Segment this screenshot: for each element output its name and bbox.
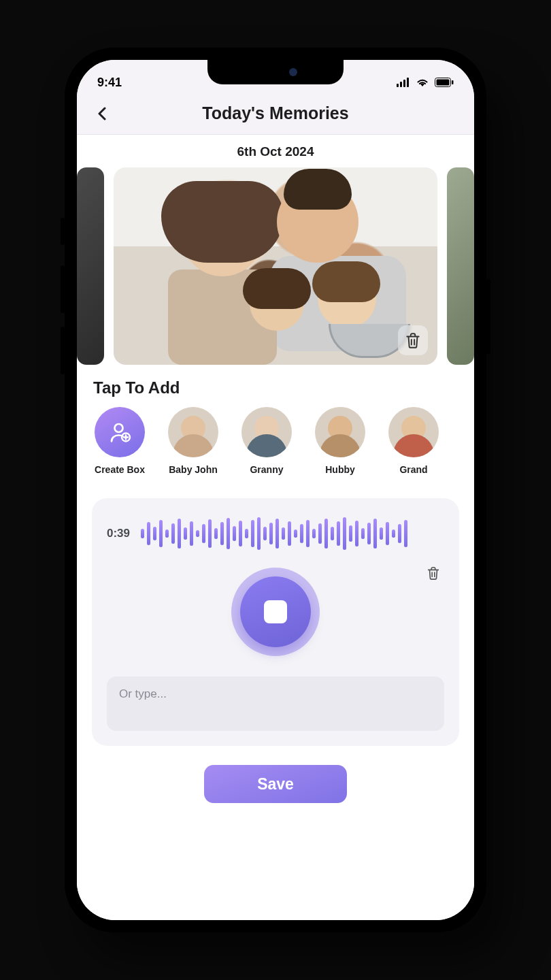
- phone-side-button: [61, 327, 65, 374]
- waveform: [141, 516, 444, 551]
- note-placeholder: Or type...: [119, 687, 167, 700]
- page-title: Today's Memories: [202, 103, 348, 123]
- family-photo-illustration: [114, 167, 437, 365]
- person-add-icon: [107, 420, 132, 444]
- battery-icon: [435, 78, 454, 90]
- phone-side-button: [61, 218, 65, 245]
- trash-icon: [426, 566, 441, 581]
- delete-recording-button[interactable]: [422, 562, 444, 584]
- box-label: Create Box: [95, 464, 145, 475]
- header: Today's Memories: [77, 93, 474, 135]
- svg-rect-0: [397, 84, 399, 87]
- box-label: Grand: [399, 464, 427, 475]
- recorder-card: 0:39 Or type...: [92, 498, 459, 746]
- status-time: 9:41: [97, 76, 122, 90]
- phone-frame: 9:41 Today's Memories 6th Oct 2024: [65, 48, 486, 932]
- svg-point-7: [115, 424, 123, 432]
- note-input[interactable]: Or type...: [107, 676, 444, 731]
- date-label: 6th Oct 2024: [77, 135, 474, 167]
- create-box-item[interactable]: Create Box: [92, 407, 148, 475]
- svg-rect-5: [437, 80, 450, 86]
- section-title: Tap To Add: [77, 365, 474, 407]
- stop-record-button[interactable]: [240, 576, 311, 647]
- wifi-icon: [416, 78, 429, 90]
- phone-side-button: [486, 279, 490, 354]
- photo-carousel[interactable]: [77, 167, 474, 365]
- back-button[interactable]: [92, 103, 112, 124]
- phone-side-button: [61, 265, 65, 313]
- box-item[interactable]: Grand: [386, 407, 441, 475]
- cellular-icon: [397, 78, 410, 90]
- carousel-next-photo[interactable]: [447, 167, 474, 365]
- avatar[interactable]: [168, 407, 218, 457]
- phone-notch: [207, 60, 344, 84]
- box-list: Create Box Baby John Granny Hubby Grand: [77, 407, 474, 475]
- avatar[interactable]: [241, 407, 292, 457]
- svg-rect-3: [407, 78, 409, 87]
- chevron-left-icon: [97, 107, 107, 120]
- recording-time: 0:39: [107, 527, 130, 540]
- carousel-prev-photo[interactable]: [77, 167, 104, 365]
- create-box-avatar[interactable]: [95, 407, 145, 457]
- save-button[interactable]: Save: [204, 765, 347, 803]
- record-button-ring: [231, 568, 320, 656]
- carousel-current-photo[interactable]: [114, 167, 437, 365]
- box-label: Baby John: [169, 464, 218, 475]
- box-item[interactable]: Baby John: [165, 407, 221, 475]
- trash-icon: [404, 331, 422, 349]
- box-label: Hubby: [325, 464, 355, 475]
- avatar[interactable]: [388, 407, 439, 457]
- avatar[interactable]: [315, 407, 365, 457]
- box-item[interactable]: Granny: [239, 407, 295, 475]
- box-item[interactable]: Hubby: [312, 407, 368, 475]
- svg-rect-6: [452, 80, 454, 84]
- box-label: Granny: [250, 464, 283, 475]
- delete-photo-button[interactable]: [398, 325, 428, 355]
- stop-icon: [264, 600, 287, 623]
- svg-rect-2: [403, 80, 405, 87]
- svg-rect-1: [400, 82, 402, 87]
